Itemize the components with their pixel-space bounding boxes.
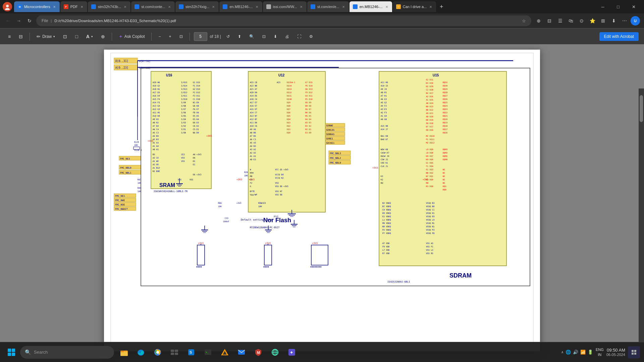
network-tray-icon[interactable]: 🌐 [566,350,571,355]
tab-label-stm32h74x: stm32h74xig... [185,5,210,9]
new-tab-button[interactable]: + [437,2,446,11]
address-field[interactable]: File | D:/c%20drive/Downloads/en.MB1246-… [36,15,531,26]
svg-text:G6  D8: G6 D8 [193,105,199,107]
taskbar-vlc[interactable] [217,345,232,360]
tab-close-stm32h743b[interactable]: ✕ [123,4,127,9]
wifi-tray-icon[interactable]: 📶 [580,350,586,355]
svg-text:A6  +3V3: A6 +3V3 [193,153,202,156]
collections-button[interactable]: ⊞ [598,16,608,25]
tab-close-en-mb1246-2[interactable]: ✕ [385,4,389,9]
svg-text:VCCQ  H2: VCCQ H2 [275,177,284,179]
tab-stm32h74x[interactable]: stm32h74xig... ✕ [175,1,219,12]
bookmark-icon[interactable]: ☆ [522,18,526,23]
pdf-page-input[interactable] [194,32,207,41]
pdf-findtext-button[interactable]: ⊕ [98,31,108,42]
pdf-zoom-out-button[interactable]: − [156,31,163,42]
refresh-button[interactable]: ↻ [25,17,34,25]
notification-button[interactable] [628,346,640,358]
tab-close-can-drive[interactable]: ✕ [429,4,433,9]
taskbar-terminal[interactable]: >_ [201,345,215,360]
maximize-button[interactable]: □ [610,1,626,12]
tray-expand-icon[interactable]: ∧ [561,350,564,354]
tab-close-pdf[interactable]: ✕ [80,4,84,9]
rotate-icon: ↺ [226,34,230,39]
pdf-pageview-button[interactable]: □ [72,31,80,42]
svg-text:R28: R28 [244,171,248,173]
tab-en-mb1246[interactable]: en.MB1246-... ✕ [219,1,262,12]
tab-favicon-can-drive: ? [396,4,401,9]
close-button[interactable]: ✕ [626,1,641,12]
taskbar-file-explorer[interactable] [117,345,131,360]
taskbar-security[interactable]: M [251,345,266,360]
favorites-button[interactable]: ⭐ [588,16,597,25]
language-indicator[interactable]: ENG IN [596,347,604,357]
more-button[interactable]: ⋯ [620,16,629,25]
pdf-thumbnail-button[interactable]: ⊟ [16,31,25,42]
svg-text:A18  C4: A18 C4 [250,98,257,100]
tab-stcom-en[interactable]: st.com/en/e... ✕ [307,1,349,12]
svg-text:A12  G3: A12 G3 [153,108,160,110]
pdf-select-button[interactable]: ⊡ [60,31,70,42]
pdf-settings-button[interactable]: ⚙ [307,31,316,42]
tab-close-stcom[interactable]: ✕ [167,4,171,9]
back-button[interactable]: ← [4,17,12,25]
profile-button[interactable]: ⊙ [577,16,586,25]
user-avatar[interactable]: U [631,16,640,25]
tab-can-drive[interactable]: ? Can I drive a... ✕ [393,1,436,12]
svg-text:+3V3: +3V3 [236,202,241,204]
download-button[interactable]: ⬇ [609,16,619,25]
start-button[interactable] [4,345,19,360]
pdf-zoom-in-button[interactable]: + [166,31,174,42]
profile-avatar[interactable] [3,2,12,11]
pdf-page: D[0..31] A[0..23] D[0..31] A[0..23] U16 … [104,50,540,351]
taskbar-store[interactable]: S [184,345,199,360]
taskbar-taskview[interactable] [167,345,182,360]
forward-button[interactable]: → [15,17,23,25]
pdf-dl-button[interactable]: ⬇ [271,31,280,42]
taskbar-edge[interactable] [133,345,148,360]
scrollbar-thumb[interactable] [640,95,643,122]
pdf-print-button[interactable]: 🖨 [282,31,292,42]
pdf-draw-button[interactable]: ✏ Draw ▾ [34,31,58,42]
svg-text:DQ29: DQ29 [443,88,448,90]
datetime-display[interactable]: 09:50 AM 06-05-2024 [606,348,625,357]
svg-text:B8  D22: B8 D22 [426,109,433,111]
tab-stm32h743b[interactable]: stm32h743b... ✕ [88,1,131,12]
tab-microcontrollers[interactable]: M Microcontrollers ✕ [14,1,60,12]
edit-with-acrobat-button[interactable]: Edit with Acrobat [599,32,639,41]
pdf-copilot-button[interactable]: ✦ Ask Copilot [116,31,148,42]
pdf-share-button[interactable]: ⬆ [235,31,244,42]
tab-close-stm32h74x[interactable]: ✕ [211,4,215,9]
taskbar-search[interactable]: 🔍 Search [20,346,114,359]
pdf-rotate-button[interactable]: ↺ [224,31,232,42]
taskbar-ai-app[interactable]: ✦ [284,345,299,360]
tab-en-mb1246-2[interactable]: en.MB1246-... ✕ [350,1,392,12]
tab-close-microcontrollers[interactable]: ✕ [52,4,56,9]
split-view-button[interactable]: ⊟ [545,16,554,25]
tab-close-en-mb1246[interactable]: ✕ [255,4,259,9]
pdf-fit-button[interactable]: ⊡ [177,31,185,42]
tab-pdf[interactable]: P PDF ✕ [60,1,87,12]
tab-close-stcom-en[interactable]: ✕ [341,4,345,9]
taskbar-app7[interactable] [234,345,249,360]
pdf-screenshot-button[interactable]: ⊡ [260,31,268,42]
pdf-fullscreen-button[interactable]: ⛶ [294,31,304,42]
taskbar-chrome[interactable] [150,345,165,360]
pdf-menu-button[interactable]: ≡ [5,31,13,42]
battery-tray-icon[interactable]: 🔋 [588,350,593,355]
zoom-button[interactable]: ⊕ [534,16,543,25]
pdf-search-doc-button[interactable]: 🔍 [247,31,257,42]
tab-stcom[interactable]: st.com/conte... ✕ [131,1,175,12]
svg-text:DQ4: DQ4 [287,118,290,120]
search-placeholder: Search [34,350,48,355]
volume-tray-icon[interactable]: 🔊 [573,350,578,355]
tab-issi[interactable]: issi.com/WW... ✕ [263,1,307,12]
shopping-button[interactable]: 🛍 [566,16,576,25]
reading-view-button[interactable]: ☰ [555,16,565,25]
pdf-text-button[interactable]: A ▾ [84,31,96,42]
taskbar-network-manager[interactable] [268,345,282,360]
tab-close-issi[interactable]: ✕ [299,4,303,9]
scrollbar[interactable] [639,88,644,342]
svg-text:VSSQ  D1: VSSQ D1 [426,212,435,214]
minimize-button[interactable]: ─ [595,1,610,12]
